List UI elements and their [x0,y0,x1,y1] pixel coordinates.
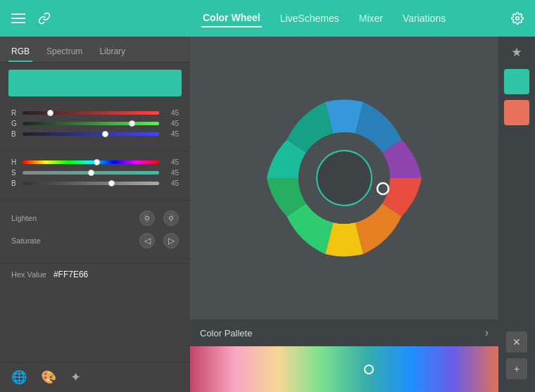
slider-bri[interactable] [23,182,159,185]
slider-value-b: 45 [163,130,179,138]
hex-label: Hex Value [11,270,46,279]
right-bottom: ✕ + [506,331,527,385]
main-layout: RGB Spectrum Library R 45 G 45 B [0,37,535,392]
close-icon-btn[interactable]: ✕ [506,331,527,353]
lighten-saturate: Lighten [0,205,190,254]
color-wheel-svg [253,87,436,270]
slider-row-r: R 45 [11,109,179,117]
slider-h[interactable] [23,160,159,164]
palette-arrow-icon: › [485,327,489,339]
slider-label-s: S [11,169,18,177]
tab-mixer[interactable]: Mixer [358,10,384,27]
slider-r[interactable] [23,111,159,115]
slider-row-b: B 45 [11,130,179,138]
paint-icon[interactable]: 🎨 [41,369,56,385]
slider-value-h: 45 [163,158,179,166]
slider-label-r: R [11,109,18,117]
lighten-increase-btn[interactable] [163,210,179,226]
swatch-teal[interactable] [504,69,529,94]
saturate-controls: ◁ ▷ [139,233,179,248]
svg-point-1 [146,217,149,220]
svg-point-0 [516,17,520,20]
saturate-row: Saturate ◁ ▷ [11,233,179,248]
slider-row-h: H 45 [11,158,179,166]
globe-icon[interactable]: 🌐 [11,369,27,385]
sidebar-tab-rgb[interactable]: RGB [8,42,32,62]
saturate-increase-btn[interactable]: ▷ [163,233,179,248]
slider-label-g: G [11,120,18,127]
settings-icon[interactable] [511,12,524,25]
swatch-coral[interactable] [504,100,529,125]
sidebar-tab-library[interactable]: Library [96,42,128,62]
color-preview-bar[interactable] [8,70,182,96]
slider-row-s: S 45 [11,169,179,177]
saturate-decrease-btn[interactable]: ◁ [139,233,155,248]
sidebar: RGB Spectrum Library R 45 G 45 B [0,37,190,392]
pin-icon[interactable] [508,44,525,63]
tab-live-schemes[interactable]: LiveSchemes [279,10,341,27]
add-icon-btn[interactable]: + [506,358,527,379]
lighten-label: Lighten [11,214,61,222]
slider-g[interactable] [23,122,159,125]
tab-variations[interactable]: Variations [401,10,447,27]
top-bar-right [487,12,524,25]
sidebar-tabs: RGB Spectrum Library [0,37,190,63]
top-bar: Color Wheel LiveSchemes Mixer Variations [0,0,535,37]
slider-label-h: H [11,158,18,166]
content-area: Color Pallete › [190,37,498,392]
tab-color-wheel[interactable]: Color Wheel [201,9,262,27]
slider-value-r: 45 [163,109,179,117]
svg-line-8 [173,215,174,216]
svg-line-4 [144,215,145,216]
slider-row-g: G 45 [11,120,179,127]
link-icon[interactable] [38,12,51,25]
sidebar-bottom: 🌐 🎨 ✦ [0,362,190,392]
lighten-controls [139,210,179,226]
slider-value-bri: 45 [163,179,179,187]
slider-b[interactable] [23,132,159,136]
lighten-row: Lighten [11,210,179,226]
gradient-indicator [364,365,374,374]
slider-label-b: B [11,130,18,138]
slider-s[interactable] [23,171,159,175]
palette-label: Color Pallete [200,328,252,339]
slider-value-g: 45 [163,120,179,127]
slider-value-s: 45 [163,169,179,177]
gradient-strip[interactable] [190,346,498,392]
hex-row: Hex Value [0,263,190,285]
lighten-decrease-btn[interactable] [139,210,155,226]
right-panel: ✕ + [498,37,535,392]
star-icon[interactable]: ✦ [70,369,81,385]
svg-point-13 [317,151,371,205]
slider-label-bri: B [11,179,18,187]
slider-row-bri: B 45 [11,179,179,187]
hamburger-menu[interactable] [11,13,25,23]
color-wheel[interactable] [253,87,436,270]
nav-tabs: Color Wheel LiveSchemes Mixer Variations [201,9,487,27]
svg-point-5 [170,217,173,220]
sidebar-tab-spectrum[interactable]: Spectrum [44,42,85,62]
palette-bar[interactable]: Color Pallete › [190,320,498,346]
hsb-sliders: H 45 S 45 B 45 [0,156,190,196]
top-bar-left [11,12,201,25]
wheel-area [190,37,498,320]
rgb-sliders: R 45 G 45 B 45 [0,103,190,146]
hex-input[interactable] [54,270,159,279]
saturate-label: Saturate [11,236,61,245]
